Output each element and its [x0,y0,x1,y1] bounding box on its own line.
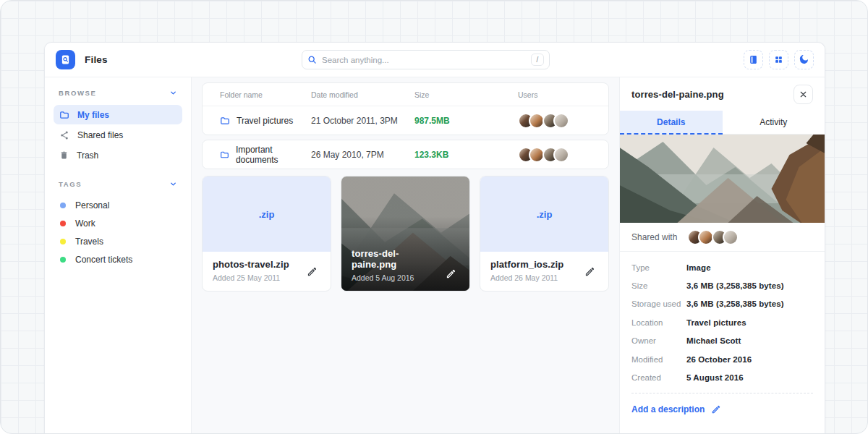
sidebar-item-shared-files[interactable]: Shared files [54,125,182,145]
detail-value: 26 October 2016 [686,355,752,364]
apps-grid-button[interactable] [769,50,788,69]
detail-row-created: Created 5 August 2016 [631,368,813,386]
tag-dot-red [60,221,66,226]
tag-label: Personal [75,200,109,210]
chevron-down-icon[interactable] [169,180,177,188]
header-actions [744,50,814,69]
tag-dot-green [60,257,66,263]
folder-name: Travel pictures [237,116,293,126]
users-avatar-group[interactable] [518,147,591,163]
detail-value: 3,6 MB (3,258,385 bytes) [686,299,784,308]
detail-label: Owner [631,336,686,345]
search-input[interactable] [322,56,526,64]
file-details-list: Type Image Size 3,6 MB (3,258,385 bytes)… [620,252,825,388]
column-header-folder-name: Folder name [220,90,311,99]
folders-table-row-2: Important documents 26 May 2010, 7PM 123… [202,140,609,169]
file-cards-row: .zip photos-travel.zip Added 25 May 2011 [202,176,609,292]
pencil-icon [711,404,721,414]
zip-badge: .zip [537,209,553,220]
shared-avatar-group[interactable] [687,229,739,245]
search-bar[interactable]: / [302,50,550,69]
app-logo-icon [56,50,75,69]
sidebar-item-my-files[interactable]: My files [54,105,182,124]
edit-file-button[interactable] [304,263,320,280]
tag-label: Travels [75,237,103,247]
detail-value: 5 August 2016 [686,373,744,382]
tab-activity[interactable]: Activity [723,111,825,135]
sidebar: Browse My files Shared files [45,77,192,434]
sidebar-item-label: Shared files [77,130,123,140]
zip-thumbnail: .zip [203,176,331,252]
folder-icon [220,150,229,160]
detail-row-owner: Owner Michael Scott [631,332,813,350]
avatar [553,113,569,129]
users-avatar-group[interactable] [518,113,591,129]
file-added-date: Added 5 Aug 2016 [352,273,443,282]
table-header-row: Folder name Date modified Size Users [203,83,608,106]
panel-tabs: Details Activity [620,111,825,135]
edit-file-button[interactable] [582,263,598,280]
main-content: Folder name Date modified Size Users Tra… [192,77,619,434]
pencil-icon [307,266,318,277]
file-name: photos-travel.zip [213,259,289,270]
tags-section-header[interactable]: Tags [54,180,182,188]
tag-item-concert-tickets[interactable]: Concert tickets [54,250,182,268]
add-description-button[interactable]: Add a description [631,393,813,425]
grid-icon [774,55,783,64]
edit-file-button[interactable] [443,265,459,282]
close-panel-button[interactable] [793,85,813,104]
desktop-background: Files / [0,0,868,434]
detail-row-storage-used: Storage used 3,6 MB (3,258,385 bytes) [631,295,813,313]
table-row-travel-pictures[interactable]: Travel pictures 21 October 2011, 3PM 987… [203,106,608,135]
search-shortcut-badge: / [531,54,544,66]
tag-dot-yellow [60,239,66,244]
detail-label: Size [631,281,686,290]
sidebar-item-trash[interactable]: Trash [54,145,182,165]
close-icon [799,90,807,98]
avatar [723,229,739,245]
chevron-down-icon[interactable] [169,89,177,97]
folders-table: Folder name Date modified Size Users Tra… [202,82,609,135]
moon-icon [799,55,809,64]
tag-item-work[interactable]: Work [54,214,182,232]
file-details-panel: torres-del-paine.png Details Activity [619,77,825,434]
tag-label: Concert tickets [75,255,132,265]
file-card-photos-travel-zip[interactable]: .zip photos-travel.zip Added 25 May 2011 [202,176,331,292]
detail-value: Michael Scott [686,336,741,345]
detail-value: Image [686,263,711,272]
tag-item-personal[interactable]: Personal [54,196,182,214]
file-card-torres-del-paine[interactable]: torres-del-paine.png Added 5 Aug 2016 [341,176,470,292]
detail-value: 3,6 MB (3,258,385 bytes) [686,281,784,290]
zip-badge: .zip [259,209,275,220]
folder-name: Important documents [236,145,311,165]
search-icon [307,55,317,64]
shared-with-label: Shared with [631,232,677,242]
file-name: torres-del-paine.png [352,248,443,270]
date-modified: 21 October 2011, 3PM [311,116,414,126]
detail-label: Storage used [631,299,686,308]
share-icon [59,130,69,140]
detail-row-size: Size 3,6 MB (3,258,385 bytes) [631,276,813,294]
trash-icon [59,150,69,160]
app-header: Files / [45,43,825,77]
table-row-important-documents[interactable]: Important documents 26 May 2010, 7PM 123… [203,140,608,169]
image-preview [620,135,825,223]
tag-label: Work [75,218,95,229]
panel-file-title: torres-del-paine.png [631,89,724,100]
dark-mode-toggle[interactable] [794,50,814,69]
browse-section-header[interactable]: Browse [54,89,182,97]
file-card-platform-ios-zip[interactable]: .zip platform_ios.zip Added 26 May 2011 [480,176,609,292]
detail-label: Modified [631,355,686,364]
book-icon [749,55,758,64]
tab-details[interactable]: Details [620,111,723,135]
add-description-label: Add a description [631,404,705,414]
column-header-size: Size [414,90,518,99]
date-modified: 26 May 2010, 7PM [311,150,414,160]
detail-row-modified: Modified 26 October 2016 [631,350,813,368]
tag-item-travels[interactable]: Travels [54,232,182,250]
library-button[interactable] [744,50,763,69]
browse-section-title: Browse [59,89,96,97]
detail-label: Type [631,263,686,272]
detail-value: Travel pictures [686,318,746,327]
file-added-date: Added 26 May 2011 [490,273,563,282]
